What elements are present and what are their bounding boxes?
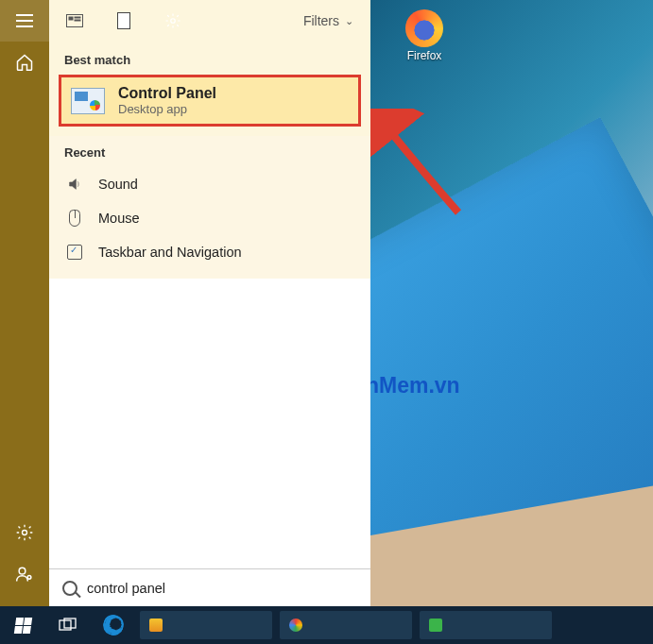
user-icon — [15, 565, 34, 584]
best-match-subtitle: Desktop app — [118, 102, 216, 116]
svg-point-0 — [23, 531, 27, 535]
gear-icon — [164, 12, 181, 29]
recent-label: Sound — [98, 177, 138, 192]
best-match-heading: Best match — [49, 42, 370, 75]
svg-point-7 — [171, 19, 176, 24]
search-box[interactable] — [49, 568, 370, 606]
start-button[interactable] — [0, 606, 45, 644]
svg-rect-5 — [75, 17, 80, 18]
recent-heading: Recent — [49, 136, 370, 167]
recent-label: Taskbar and Navigation — [98, 245, 242, 260]
search-top-bar: Filters ⌄ — [49, 0, 370, 42]
recent-item-sound[interactable]: Sound — [64, 167, 355, 201]
task-view-button[interactable] — [45, 606, 91, 644]
search-panel-body — [49, 279, 370, 568]
apps-icon — [66, 14, 83, 27]
search-input[interactable] — [87, 581, 357, 596]
taskbar-icon — [64, 242, 85, 263]
settings-filter-button[interactable] — [157, 0, 189, 42]
desktop-icon-firefox[interactable]: Firefox — [389, 9, 459, 62]
hamburger-icon — [16, 14, 33, 27]
settings-button[interactable] — [0, 512, 49, 553]
taskbar — [0, 606, 653, 644]
app-icon — [429, 619, 442, 632]
task-view-icon — [59, 618, 77, 633]
firefox-icon — [405, 9, 443, 47]
taskbar-app-1[interactable] — [140, 611, 272, 639]
svg-point-1 — [19, 568, 26, 574]
recent-item-taskbar[interactable]: Taskbar and Navigation — [64, 235, 355, 269]
edge-button[interactable] — [91, 606, 136, 644]
start-left-rail — [0, 0, 49, 606]
apps-view-button[interactable] — [59, 0, 91, 42]
recent-label: Mouse — [98, 211, 140, 226]
control-panel-icon — [71, 88, 105, 114]
recent-list: Sound Mouse Taskbar and Navigation — [49, 167, 370, 279]
svg-rect-4 — [69, 17, 73, 20]
home-button[interactable] — [0, 42, 49, 83]
svg-rect-6 — [75, 20, 80, 21]
start-search-panel: Filters ⌄ Best match Control Panel Deskt… — [49, 0, 370, 606]
home-icon — [15, 53, 34, 72]
documents-button[interactable] — [108, 0, 140, 42]
edge-icon — [100, 612, 127, 638]
search-icon — [62, 581, 77, 596]
best-match-title: Control Panel — [118, 85, 216, 102]
menu-button[interactable] — [0, 0, 49, 42]
recent-item-mouse[interactable]: Mouse — [64, 201, 355, 235]
app-icon — [149, 619, 163, 632]
speaker-icon — [64, 174, 85, 195]
chrome-icon — [289, 619, 302, 632]
gear-icon — [15, 523, 34, 542]
mouse-icon — [64, 208, 85, 229]
firefox-label: Firefox — [389, 49, 459, 62]
document-icon — [117, 12, 130, 29]
taskbar-app-3[interactable] — [420, 611, 552, 639]
windows-icon — [13, 618, 31, 634]
svg-point-2 — [27, 576, 31, 580]
filters-button[interactable]: Filters ⌄ — [296, 13, 361, 28]
filters-label: Filters — [303, 13, 339, 28]
chevron-down-icon: ⌄ — [345, 15, 353, 27]
best-match-result[interactable]: Control Panel Desktop app — [59, 75, 361, 127]
account-button[interactable] — [0, 553, 49, 595]
taskbar-app-2[interactable] — [280, 611, 412, 639]
